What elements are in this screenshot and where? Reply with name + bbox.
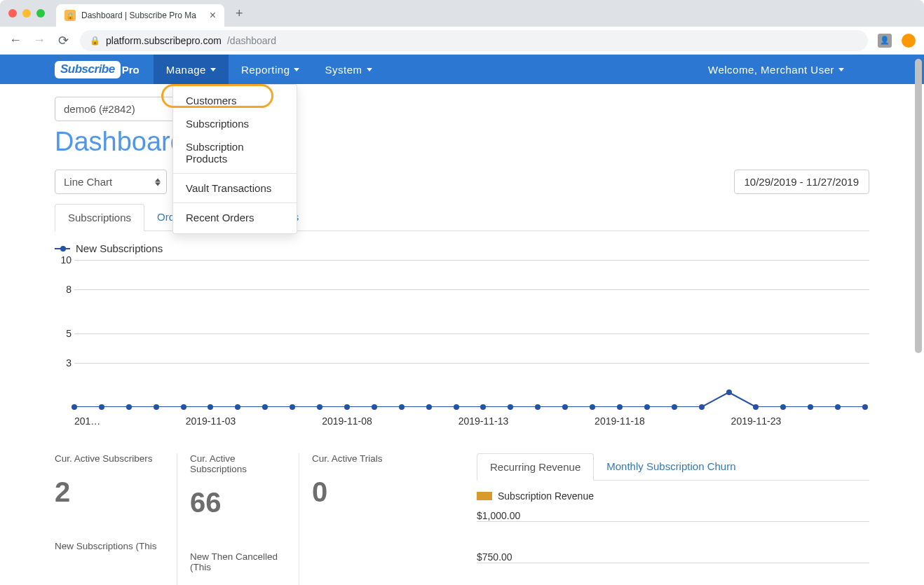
- app-navbar: Subscribe Pro Manage Reporting System We…: [0, 55, 924, 84]
- window-minimize-icon[interactable]: [22, 9, 31, 18]
- revenue-y-ticks: $1,000.00 $750.00 $500.00: [477, 506, 869, 585]
- chart-point: [399, 404, 405, 410]
- stat-value: 66: [190, 488, 287, 516]
- browser-tab-title: Dashboard | Subscribe Pro Ma: [81, 11, 196, 20]
- chart-point: [535, 404, 541, 410]
- stat-active-subscribers: Cur. Active Subscribers 2 New Subscripti…: [55, 453, 177, 585]
- stat-label: Cur. Active Subscriptions: [190, 453, 287, 474]
- chart-xtick: 201…: [74, 415, 100, 427]
- chart-xtick: 2019-11-03: [186, 415, 236, 427]
- nav-reporting[interactable]: Reporting: [229, 55, 313, 84]
- tab-subscriptions[interactable]: Subscriptions: [55, 204, 144, 231]
- chart-point: [508, 404, 513, 410]
- dropdown-recent-orders[interactable]: Recent Orders: [173, 206, 297, 229]
- chart-xtick: 2019-11-18: [595, 415, 645, 427]
- chart-point: [808, 404, 813, 410]
- stat-active-subscriptions: Cur. Active Subscriptions 66 New Then Ca…: [177, 453, 299, 585]
- chart-point: [753, 404, 759, 410]
- stat-value: 0: [312, 478, 409, 506]
- legend-swatch-icon: [55, 248, 70, 249]
- dropdown-item-label: Recent Orders: [186, 212, 254, 223]
- window-maximize-icon[interactable]: [36, 9, 45, 18]
- chart-point: [672, 404, 677, 410]
- tab-recurring-revenue[interactable]: Recurring Revenue: [477, 453, 594, 481]
- dropdown-item-label: Subscription Products: [186, 141, 244, 165]
- chart-xtick: 2019-11-23: [731, 415, 782, 427]
- new-tab-button[interactable]: +: [236, 6, 243, 21]
- chart-point: [235, 404, 240, 410]
- stat-sublabel: New Subscriptions (This: [55, 541, 165, 551]
- tab-label: Monthly Subscription Churn: [606, 460, 735, 472]
- browser-toolbar: ← → ⟳ 🔒 platform.subscribepro.com/dashbo…: [0, 27, 924, 55]
- browser-tab-active[interactable]: 🔒 Dashboard | Subscribe Pro Ma ×: [56, 4, 224, 27]
- address-bar[interactable]: 🔒 platform.subscribepro.com/dashboard: [80, 30, 868, 51]
- chart-type-selector[interactable]: Line Chart: [55, 170, 167, 194]
- chevron-down-icon: [838, 68, 844, 71]
- scrollbar-thumb[interactable]: [915, 59, 922, 353]
- stat-sublabel: New Then Cancelled (This: [190, 551, 287, 572]
- stat-label: Cur. Active Trials: [312, 453, 409, 464]
- chart-point: [426, 404, 432, 410]
- extension-icon-2[interactable]: [902, 34, 916, 48]
- chart-point: [480, 404, 486, 410]
- chart-type-value: Line Chart: [64, 176, 112, 188]
- nav-reload-icon[interactable]: ⟳: [56, 33, 70, 48]
- stats-row: Cur. Active Subscribers 2 New Subscripti…: [55, 453, 421, 585]
- legend-label: New Subscriptions: [76, 242, 163, 254]
- dropdown-subscription-products[interactable]: Subscription Products: [173, 135, 297, 170]
- dropdown-subscriptions[interactable]: Subscriptions: [173, 112, 297, 135]
- revenue-legend: Subscription Revenue: [477, 490, 869, 502]
- url-host: platform.subscribepro.com: [106, 35, 222, 46]
- nav-back-icon[interactable]: ←: [8, 33, 22, 48]
- nav-reporting-label: Reporting: [241, 64, 290, 76]
- window-close-icon[interactable]: [8, 9, 17, 18]
- chart-xtick: 2019-11-08: [322, 415, 372, 427]
- nav-manage-label: Manage: [166, 64, 206, 76]
- lock-icon: 🔒: [90, 36, 100, 46]
- chart-point: [780, 404, 786, 410]
- revenue-tabs: Recurring Revenue Monthly Subscription C…: [477, 453, 869, 481]
- stat-active-trials: Cur. Active Trials 0: [299, 453, 421, 585]
- extension-icon-1[interactable]: 👤: [878, 34, 892, 48]
- chart-point: [372, 404, 377, 410]
- dropdown-item-label: Customers: [186, 95, 237, 106]
- page-content: demo6 (#2842) Dashboard Line Chart 10/29…: [0, 84, 924, 585]
- chart-point: [862, 404, 868, 410]
- favicon-icon: 🔒: [64, 10, 76, 21]
- environment-value: demo6 (#2842): [64, 103, 135, 115]
- scrollbar-track[interactable]: [915, 59, 922, 577]
- chart-point: [317, 404, 322, 410]
- dropdown-customers[interactable]: Customers: [173, 89, 297, 112]
- chart-point: [344, 404, 350, 410]
- chart-point: [590, 404, 595, 410]
- chart-xtick: 2019-11-13: [458, 415, 509, 427]
- brand-logo[interactable]: Subscribe Pro: [55, 61, 140, 78]
- dropdown-item-label: Vault Transactions: [186, 182, 271, 194]
- date-range-value: 10/29/2019 - 11/27/2019: [745, 176, 859, 188]
- chart-point: [126, 404, 132, 410]
- dropdown-item-label: Subscriptions: [186, 118, 249, 130]
- chart-legend: New Subscriptions: [55, 242, 869, 254]
- tab-monthly-churn[interactable]: Monthly Subscription Churn: [594, 453, 748, 480]
- chart-point: [835, 404, 841, 410]
- tab-close-icon[interactable]: ×: [210, 9, 216, 22]
- url-path: /dashboard: [227, 35, 276, 46]
- chart-point: [72, 404, 77, 410]
- date-range-picker[interactable]: 10/29/2019 - 11/27/2019: [734, 170, 869, 194]
- tab-label: Recurring Revenue: [490, 461, 580, 473]
- nav-user[interactable]: Welcome, Merchant User: [695, 55, 857, 84]
- tab-label: Subscriptions: [68, 212, 131, 223]
- chevron-down-icon: [294, 68, 299, 71]
- stat-value: 2: [55, 478, 165, 506]
- legend-swatch-icon: [477, 492, 492, 500]
- nav-forward-icon[interactable]: →: [32, 33, 46, 48]
- nav-manage[interactable]: Manage: [154, 55, 229, 84]
- updown-icon: [155, 178, 161, 186]
- legend-label: Subscription Revenue: [498, 490, 594, 502]
- dropdown-vault-transactions[interactable]: Vault Transactions: [173, 177, 297, 200]
- chart-point: [454, 404, 459, 410]
- nav-system[interactable]: System: [312, 55, 384, 84]
- brand-suffix: Pro: [122, 64, 140, 76]
- window-controls: [8, 9, 45, 18]
- chart-point: [154, 404, 159, 410]
